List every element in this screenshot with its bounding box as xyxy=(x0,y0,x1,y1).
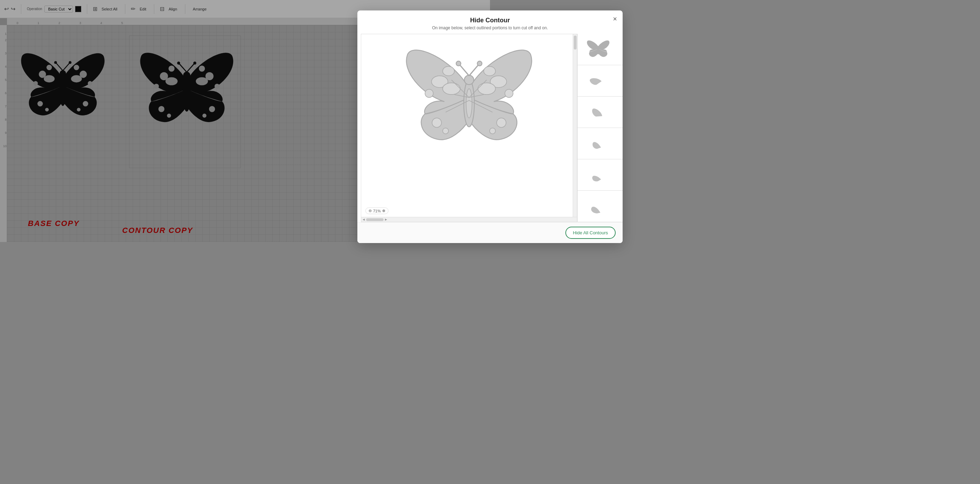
svg-point-43 xyxy=(442,66,454,76)
svg-point-50 xyxy=(432,118,441,127)
svg-point-54 xyxy=(466,89,472,118)
modal-header: Hide Contour On image below, select outl… xyxy=(357,11,490,34)
zoom-plus-button[interactable]: ⊕ xyxy=(382,208,385,213)
svg-point-45 xyxy=(442,83,460,95)
modal-subtitle: On image below, select outlined portions… xyxy=(364,25,490,30)
zoom-control: ⊖ 71% ⊕ xyxy=(365,208,388,214)
preview-butterfly-container xyxy=(361,34,490,167)
modal-title: Hide Contour xyxy=(364,17,490,24)
svg-point-51 xyxy=(442,128,449,134)
scroll-right-arrow[interactable]: ▶ xyxy=(385,218,387,221)
hide-contour-modal: Hide Contour On image below, select outl… xyxy=(357,11,490,242)
scroll-left-arrow[interactable]: ◀ xyxy=(363,218,365,221)
svg-point-40 xyxy=(456,61,461,65)
zoom-percent-display: 71% xyxy=(373,209,381,213)
modal-overlay[interactable]: Hide Contour On image below, select outl… xyxy=(0,0,490,242)
svg-line-39 xyxy=(469,64,479,76)
scroll-h-thumb xyxy=(366,218,383,221)
svg-point-41 xyxy=(477,61,482,65)
svg-line-38 xyxy=(459,64,469,76)
preview-scroll-bottom[interactable]: ◀ ▶ xyxy=(361,217,490,222)
zoom-minus-button[interactable]: ⊖ xyxy=(369,208,372,213)
svg-point-37 xyxy=(465,75,474,85)
preview-container: ⊖ 71% ⊕ ◀ ▶ xyxy=(357,34,490,222)
svg-point-44 xyxy=(425,89,433,98)
modal-footer: Hide All Contours xyxy=(357,222,490,242)
contour-preview-area[interactable]: ⊖ 71% ⊕ xyxy=(361,34,490,217)
preview-butterfly-svg xyxy=(385,36,490,165)
modal-body: ⊖ 71% ⊕ ◀ ▶ xyxy=(357,34,490,222)
